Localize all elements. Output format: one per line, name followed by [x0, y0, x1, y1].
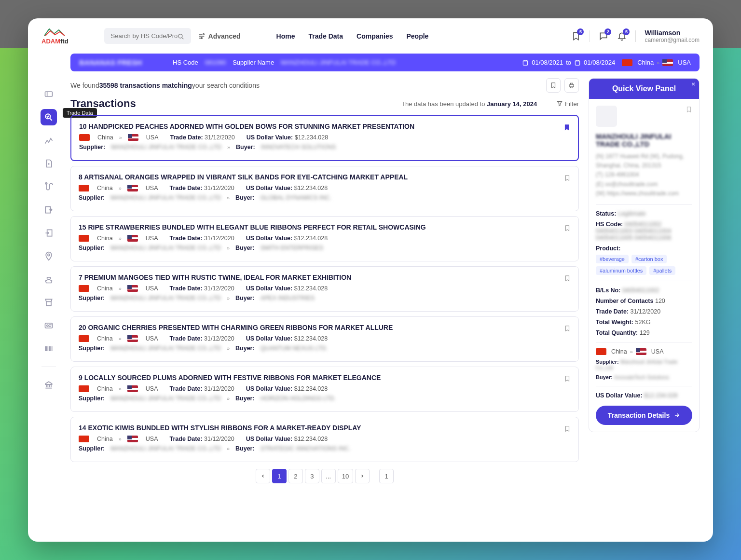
sidebar: Trade Data [37, 86, 61, 393]
print-button[interactable] [564, 78, 579, 93]
qty-row: Total Quantity: 129 [596, 329, 692, 336]
transaction-card[interactable]: 8 ARTISANAL ORANGES WRAPPED IN VIBRANT S… [70, 166, 579, 211]
supplier-value: MANZHOULI JINFULAI TRADE CO.,LTD [110, 395, 221, 402]
divider [590, 30, 590, 42]
flag-us-icon [127, 285, 138, 292]
bookmark-badge: 5 [577, 28, 584, 35]
page-1[interactable]: 1 [272, 469, 287, 483]
trade-date-label: Trade Date: [170, 134, 203, 141]
page-next[interactable] [355, 469, 370, 483]
flag-cn-icon [79, 235, 89, 242]
card-bookmark-icon[interactable] [564, 223, 571, 232]
transaction-list: 10 HANDPICKED PEACHES ADORNED WITH GOLDE… [70, 115, 579, 462]
nav-trade-data[interactable]: Trade Data [308, 32, 343, 40]
transaction-card[interactable]: 9 LOCALLY SOURCED PLUMS ADORNED WITH FES… [70, 367, 579, 412]
panel-close-icon[interactable]: ✕ [691, 82, 695, 87]
buyer-value: INNOVATECH SOLUTIONS [261, 144, 336, 150]
transaction-card[interactable]: 20 ORGANIC CHERRIES PRESENTED WITH CHARM… [70, 316, 579, 362]
value: $12.234.028 [294, 335, 328, 342]
update-text: The data has been updated to January 14,… [401, 100, 537, 108]
value: $12.234.028 [294, 185, 328, 191]
side-card-icon[interactable] [41, 317, 57, 334]
arrow-icon: » [119, 286, 122, 291]
card-to: USA [146, 285, 158, 292]
page-far[interactable]: 1 [379, 469, 394, 483]
arrow-icon: » [227, 446, 230, 451]
side-ship-icon[interactable] [41, 271, 57, 287]
panel-supplier-row: Supplier: Manzhouli Jinfulai Trade Co.,L… [596, 359, 692, 370]
chat-button[interactable]: 2 [599, 31, 608, 41]
card-to: USA [146, 185, 158, 191]
panel-buyer-row: Buyer: InnovateTech Solutions [596, 374, 692, 380]
value: $12.234.028 [294, 285, 328, 292]
supplier-label: Supplier: [79, 144, 105, 150]
transaction-card[interactable]: 10 HANDPICKED PEACHES ADORNED WITH GOLDE… [70, 115, 579, 161]
supplier-value: MANZHOULI JINFULAI TRADE CO.,LTD [110, 345, 221, 352]
page-2[interactable]: 2 [288, 469, 303, 483]
side-analytics-icon[interactable] [41, 132, 57, 149]
supplier-value: MANZHOULI JINFULAI TRADE CO.,LTD [110, 445, 221, 452]
side-store-icon[interactable] [41, 294, 57, 311]
card-bookmark-icon[interactable] [563, 123, 570, 131]
advanced-filter[interactable]: Advanced [198, 32, 241, 40]
buyer-label: Buyer: [235, 245, 255, 251]
side-route-icon[interactable] [41, 178, 57, 195]
side-trade-data-icon[interactable] [41, 109, 57, 125]
search-box[interactable] [104, 28, 191, 43]
panel-value-row: US Dollar Value: $12.234.028 [596, 392, 692, 399]
trade-date-value: 31/12/2020 [204, 185, 234, 191]
side-location-icon[interactable] [41, 248, 57, 264]
product-tag[interactable]: #pallets [649, 266, 675, 275]
side-import-icon[interactable] [41, 225, 57, 241]
transaction-card[interactable]: 7 PREMIUM MANGOES TIED WITH RUSTIC TWINE… [70, 266, 579, 312]
nav-people[interactable]: People [407, 32, 429, 40]
search-icon[interactable] [178, 32, 184, 40]
transaction-card[interactable]: 14 EXOTIC KIWIS BUNDLED WITH STYLISH RIB… [70, 417, 579, 462]
flag-us-icon [662, 59, 673, 66]
hs-code-label: HS Code [173, 59, 198, 66]
bookmark-button[interactable]: 5 [571, 31, 581, 41]
flag-us-icon [127, 385, 138, 392]
value: $12.234.028 [295, 134, 329, 141]
card-from: China [97, 285, 113, 292]
card-bookmark-icon[interactable] [564, 173, 571, 182]
filter-button[interactable]: Filter [556, 100, 579, 108]
page-prev[interactable] [256, 469, 270, 483]
buyer-value: QUANTUM NEXUS LTD. [261, 345, 328, 352]
logo-icon [43, 27, 67, 38]
page-3[interactable]: 3 [305, 469, 319, 483]
side-bank-icon[interactable] [41, 377, 57, 393]
product-tag[interactable]: #carton box [631, 255, 667, 263]
user-info[interactable]: Williamson cameron@gmail.com [645, 29, 700, 43]
app-window: ADAMftd Advanced Home Trade Data Compani… [28, 18, 713, 542]
pagination: 1 2 3 ... 10 1 [70, 469, 579, 483]
side-export-icon[interactable] [41, 202, 57, 218]
card-from: China [97, 436, 113, 442]
company-phone: (T) 128-4961004 [596, 170, 692, 179]
bookmark-all-button[interactable] [546, 78, 561, 93]
trade-date-label: Trade Date: [170, 235, 203, 242]
search-input[interactable] [111, 32, 178, 40]
main-content: We found 35598 transactions matching you… [28, 71, 713, 493]
card-bookmark-icon[interactable] [564, 424, 571, 433]
transaction-details-button[interactable]: Transaction Details [596, 406, 692, 425]
side-document-icon[interactable] [41, 155, 57, 172]
product-tag[interactable]: #beverage [596, 255, 629, 263]
transaction-card[interactable]: 15 RIPE STRAWBERRIES BUNDLED WITH ELEGAN… [70, 216, 579, 261]
product-tag[interactable]: #aluminum bottles [596, 266, 646, 275]
card-bookmark-icon[interactable] [564, 273, 571, 282]
side-dashboard-icon[interactable] [41, 86, 57, 102]
nav-home[interactable]: Home [276, 32, 295, 40]
card-bookmark-icon[interactable] [564, 374, 571, 382]
side-barcode-icon[interactable] [41, 341, 57, 357]
flag-cn-icon [79, 285, 89, 292]
date-range[interactable]: 01/08/2021 to 01/08/2024 [522, 59, 615, 66]
panel-bookmark-icon[interactable] [686, 106, 692, 113]
page-10[interactable]: 10 [338, 469, 353, 483]
bell-button[interactable]: 5 [617, 31, 627, 41]
card-bookmark-icon[interactable] [564, 324, 571, 332]
card-from: China [97, 235, 113, 242]
trade-date-row: Trade Date: 31/12/2020 [596, 308, 692, 315]
arrow-icon: » [227, 245, 230, 251]
nav-companies[interactable]: Companies [357, 32, 393, 40]
